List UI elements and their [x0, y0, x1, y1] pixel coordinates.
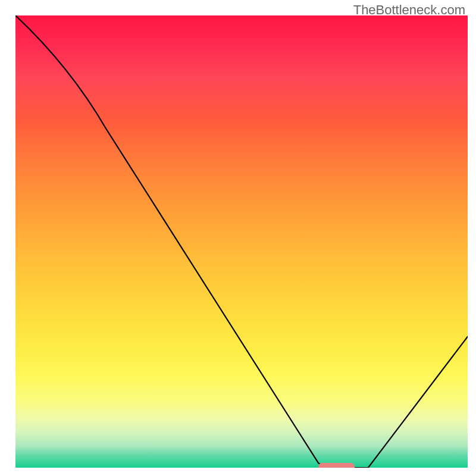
bottleneck-curve-path — [15, 15, 468, 468]
chart-curve — [15, 15, 468, 468]
watermark-text: TheBottleneck.com — [353, 2, 465, 18]
chart-plot-area — [15, 15, 468, 468]
optimal-range-marker — [318, 463, 355, 468]
